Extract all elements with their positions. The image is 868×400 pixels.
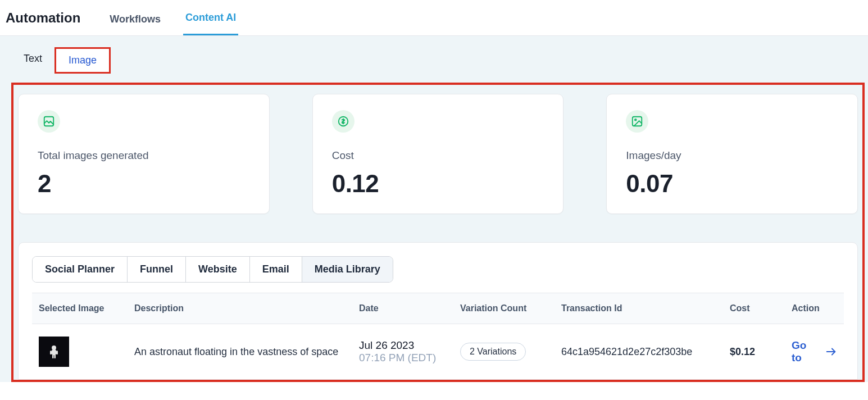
col-selected-image: Selected Image — [32, 293, 128, 324]
table-row: An astronaut floating in the vastness of… — [32, 324, 844, 380]
cell-transaction-id: 64c1a954621d2e27c2f303be — [555, 324, 723, 380]
svg-rect-8 — [52, 354, 54, 358]
svg-rect-9 — [54, 354, 56, 358]
stat-card-total-images: Total images generated 2 — [18, 94, 270, 214]
content-sub-tabs: Text Image — [11, 47, 865, 74]
dollar-icon — [332, 110, 355, 133]
col-date: Date — [352, 293, 453, 324]
stat-value: 0.07 — [626, 170, 838, 198]
stat-value: 2 — [38, 170, 250, 198]
svg-rect-5 — [52, 349, 56, 355]
data-table-card: Social Planner Funnel Website Email Medi… — [18, 242, 858, 380]
cell-cost: $0.12 — [723, 324, 785, 380]
cell-description: An astronaut floating in the vastness of… — [128, 324, 352, 380]
svg-rect-7 — [56, 351, 58, 354]
col-action: Action — [785, 293, 844, 324]
cell-variation-count: 2 Variations — [453, 324, 555, 380]
filter-tab-website[interactable]: Website — [186, 257, 250, 282]
nav-tab-content-ai[interactable]: Content AI — [183, 12, 238, 35]
date-value: Jul 26 2023 — [359, 339, 447, 352]
goto-link[interactable]: Go to — [792, 339, 811, 364]
date-time-value: 07:16 PM (EDT) — [359, 352, 447, 364]
generations-table: Selected Image Description Date Variatio… — [32, 293, 844, 379]
filter-tab-social-planner[interactable]: Social Planner — [33, 257, 128, 282]
stats-row: Total images generated 2 Cost 0.12 Image… — [18, 94, 858, 214]
stat-label: Cost — [332, 149, 544, 162]
cell-date: Jul 26 2023 07:16 PM (EDT) — [352, 324, 453, 380]
svg-rect-6 — [50, 351, 52, 354]
stat-card-cost: Cost 0.12 — [312, 94, 564, 214]
col-description: Description — [128, 293, 352, 324]
main-content: Text Image Total images generated 2 Cost… — [0, 36, 868, 382]
cell-action: Go to — [785, 324, 844, 380]
filter-tab-media-library[interactable]: Media Library — [302, 257, 393, 282]
filter-tabs: Social Planner Funnel Website Email Medi… — [32, 256, 393, 283]
col-variation-count: Variation Count — [453, 293, 555, 324]
filter-tab-funnel[interactable]: Funnel — [128, 257, 186, 282]
stat-card-images-per-day: Images/day 0.07 — [606, 94, 858, 214]
svg-point-3 — [635, 119, 637, 121]
top-nav: Automation Workflows Content AI — [0, 0, 868, 36]
astronaut-thumbnail-icon — [48, 344, 60, 360]
col-transaction-id: Transaction Id — [555, 293, 723, 324]
cell-thumbnail — [32, 324, 128, 380]
nav-tab-workflows[interactable]: Workflows — [107, 13, 163, 35]
image-thumbnail[interactable] — [39, 337, 69, 367]
stat-value: 0.12 — [332, 170, 544, 198]
picture-icon — [626, 110, 648, 133]
variation-badge: 2 Variations — [460, 343, 526, 361]
arrow-right-icon[interactable] — [825, 346, 837, 358]
highlight-region: Total images generated 2 Cost 0.12 Image… — [11, 83, 865, 382]
image-icon — [38, 110, 60, 133]
sub-tab-image[interactable]: Image — [54, 47, 111, 74]
sub-tab-text[interactable]: Text — [11, 47, 54, 74]
top-nav-tabs: Workflows Content AI — [107, 0, 258, 35]
page-title: Automation — [6, 10, 80, 26]
col-cost: Cost — [723, 293, 785, 324]
stat-label: Total images generated — [38, 149, 250, 162]
svg-point-4 — [52, 346, 56, 350]
filter-tab-email[interactable]: Email — [250, 257, 302, 282]
table-header-row: Selected Image Description Date Variatio… — [32, 293, 844, 324]
stat-label: Images/day — [626, 149, 838, 162]
